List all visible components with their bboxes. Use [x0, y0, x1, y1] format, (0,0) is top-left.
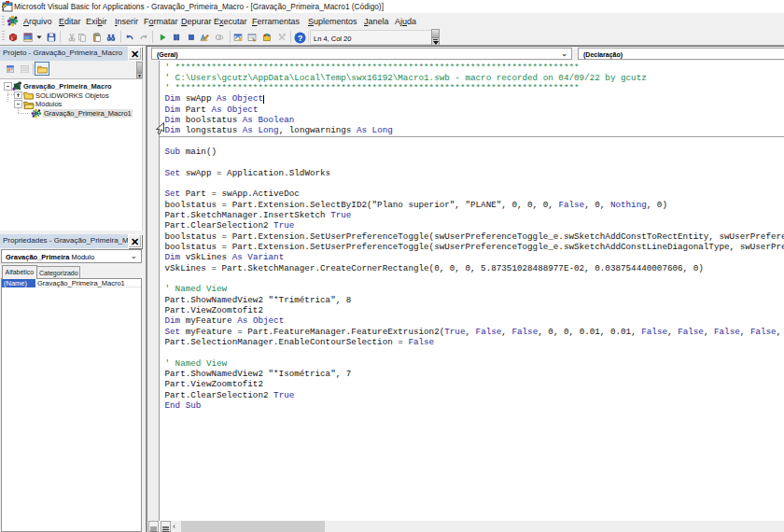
svg-text:?: ?	[298, 33, 302, 42]
